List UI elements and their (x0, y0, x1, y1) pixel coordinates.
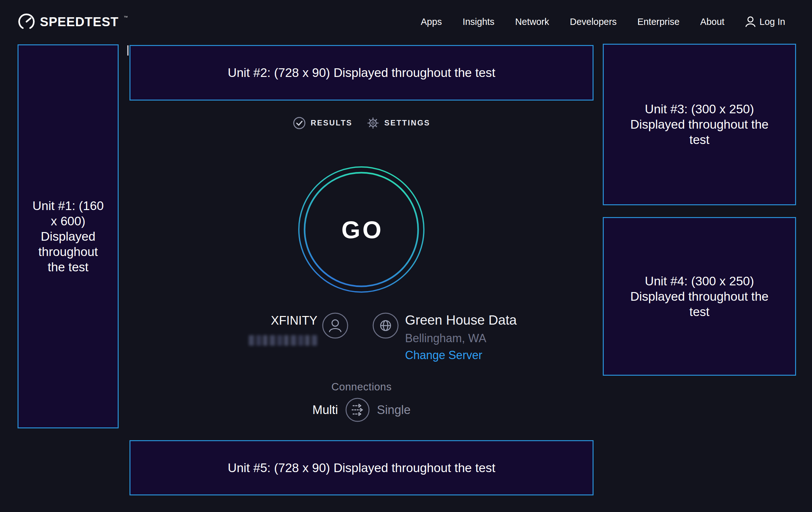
tab-results[interactable]: RESULTS (293, 116, 352, 130)
ad-unit-4-text: Unit #4: (300 x 250) Displayed throughou… (623, 274, 776, 320)
multi-connections-icon[interactable] (345, 398, 370, 422)
logo-wordmark: SPEEDTEST (40, 13, 119, 31)
connections-option-multi[interactable]: Multi (313, 403, 338, 417)
login-button[interactable]: Log In (745, 15, 785, 28)
change-server-link[interactable]: Change Server (405, 348, 482, 362)
globe-icon (373, 313, 399, 339)
ad-unit-1-skyscraper: Unit #1: (160 x 600) Displayed throughou… (18, 44, 119, 428)
nav-item-developers[interactable]: Developers (570, 13, 617, 31)
ad-unit-3-rectangle: Unit #3: (300 x 250) Displayed throughou… (603, 44, 796, 205)
tab-results-label: RESULTS (311, 118, 352, 127)
ad-unit-5-leaderboard: Unit #5: (728 x 90) Displayed throughout… (129, 440, 593, 495)
main-nav: Apps Insights Network Developers Enterpr… (421, 13, 785, 31)
ad-unit-2-text: Unit #2: (728 x 90) Displayed throughout… (228, 65, 495, 80)
nav-item-network[interactable]: Network (515, 13, 549, 31)
server-location: Bellingham, WA (405, 331, 517, 345)
connections-title: Connections (331, 377, 392, 393)
speedtest-logo[interactable]: SPEEDTEST ™ (18, 13, 127, 31)
logo-trademark: ™ (124, 15, 128, 20)
top-nav: SPEEDTEST ™ Apps Insights Network Develo… (18, 11, 785, 32)
isp-ip-redacted (249, 335, 317, 346)
ad-unit-5-text: Unit #5: (728 x 90) Displayed throughout… (228, 460, 495, 476)
person-icon (745, 15, 756, 28)
connections-section: Connections Multi Single (129, 377, 593, 422)
connections-option-single[interactable]: Single (377, 403, 411, 417)
isp-block: XFINITY (249, 313, 317, 347)
connection-info: XFINITY Green House Data Bellingham, WA … (129, 311, 593, 375)
isp-name: XFINITY (249, 313, 317, 328)
tab-settings-label: SETTINGS (384, 118, 430, 127)
speedtest-gauge-icon (18, 13, 35, 31)
nav-item-insights[interactable]: Insights (462, 13, 494, 31)
check-circle-icon (293, 116, 306, 130)
server-block: Green House Data Bellingham, WA Change S… (405, 312, 517, 362)
tab-settings[interactable]: SETTINGS (367, 116, 430, 130)
ad-unit-2-leaderboard: Unit #2: (728 x 90) Displayed throughout… (129, 45, 593, 101)
text-caret-artifact (127, 45, 128, 56)
gear-icon (367, 116, 379, 130)
nav-item-about[interactable]: About (700, 13, 725, 31)
connections-toggle: Multi Single (313, 398, 411, 422)
view-tabs: RESULTS SETTINGS (129, 115, 593, 131)
person-circle-icon (322, 313, 348, 339)
ad-unit-1-text: Unit #1: (160 x 600) Displayed throughou… (28, 198, 108, 275)
login-label: Log In (759, 17, 785, 27)
nav-item-apps[interactable]: Apps (421, 13, 442, 31)
ad-unit-3-text: Unit #3: (300 x 250) Displayed throughou… (623, 102, 776, 147)
nav-item-enterprise[interactable]: Enterprise (637, 13, 679, 31)
go-button[interactable]: GO (294, 162, 428, 297)
server-name: Green House Data (405, 312, 517, 328)
ad-unit-4-rectangle: Unit #4: (300 x 250) Displayed throughou… (603, 217, 796, 376)
go-button-label: GO (294, 162, 428, 297)
